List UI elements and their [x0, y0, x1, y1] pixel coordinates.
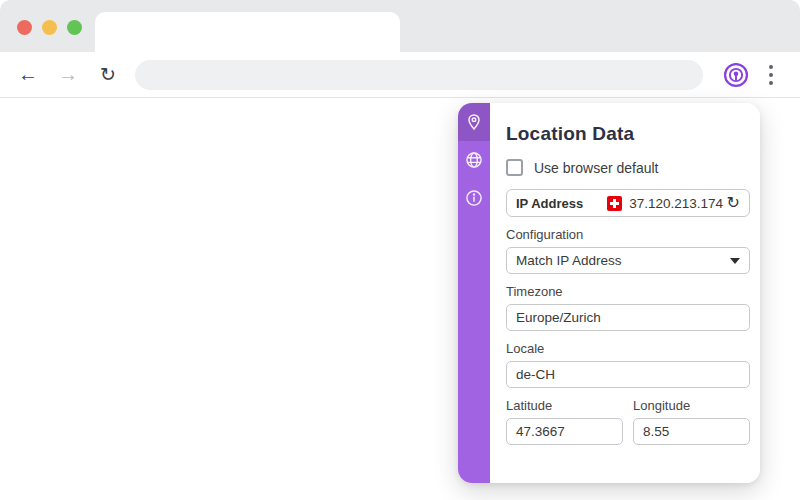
latitude-group: Latitude — [506, 398, 623, 445]
timezone-group: Timezone — [506, 284, 750, 331]
configuration-value: Match IP Address — [516, 253, 622, 268]
kebab-menu-icon[interactable] — [759, 60, 783, 90]
popup-panel: Location Data Use browser default IP Add… — [490, 103, 760, 483]
switzerland-flag-icon — [607, 196, 622, 211]
configuration-group: Configuration Match IP Address — [506, 227, 750, 274]
configuration-select[interactable]: Match IP Address — [506, 247, 750, 274]
refresh-ip-icon[interactable]: ↻ — [727, 195, 740, 211]
longitude-label: Longitude — [633, 398, 750, 413]
latitude-label: Latitude — [506, 398, 623, 413]
longitude-group: Longitude — [633, 398, 750, 445]
info-icon — [464, 188, 484, 208]
minimize-window-button[interactable] — [42, 20, 57, 35]
browser-tab[interactable] — [95, 12, 400, 52]
address-input[interactable] — [149, 67, 689, 82]
reload-icon[interactable]: ↻ — [93, 60, 123, 90]
use-browser-default-row: Use browser default — [506, 159, 750, 176]
locale-input[interactable] — [506, 361, 750, 388]
timezone-input[interactable] — [506, 304, 750, 331]
locale-group: Locale — [506, 341, 750, 388]
forward-icon[interactable]: → — [53, 60, 83, 90]
sidebar-tab-location[interactable] — [458, 103, 490, 141]
page-title: Location Data — [506, 123, 750, 145]
ip-address-value: 37.120.213.174 — [629, 196, 723, 211]
coordinates-row: Latitude Longitude — [506, 388, 750, 445]
ip-address-row: IP Address 37.120.213.174 ↻ — [506, 189, 750, 217]
locale-label: Locale — [506, 341, 750, 356]
globe-icon — [464, 150, 484, 170]
chevron-down-icon — [730, 258, 740, 264]
sidebar-tab-info[interactable] — [458, 179, 490, 217]
back-icon[interactable]: ← — [13, 60, 43, 90]
maximize-window-button[interactable] — [67, 20, 82, 35]
page-content: Location Data Use browser default IP Add… — [0, 99, 800, 500]
timezone-label: Timezone — [506, 284, 750, 299]
vytal-extension-icon[interactable] — [721, 60, 751, 90]
tab-strip — [0, 0, 800, 52]
use-browser-default-checkbox[interactable] — [506, 159, 523, 176]
popup-sidebar — [458, 103, 490, 483]
longitude-input[interactable] — [633, 418, 750, 445]
address-bar[interactable] — [135, 60, 703, 90]
browser-toolbar: ← → ↻ — [0, 52, 800, 98]
ip-address-label: IP Address — [516, 196, 583, 211]
sidebar-tab-globe[interactable] — [458, 141, 490, 179]
close-window-button[interactable] — [17, 20, 32, 35]
use-browser-default-label: Use browser default — [534, 160, 659, 176]
browser-window: ← → ↻ — [0, 0, 800, 500]
window-controls — [17, 20, 82, 35]
latitude-input[interactable] — [506, 418, 623, 445]
configuration-label: Configuration — [506, 227, 750, 242]
extension-popup: Location Data Use browser default IP Add… — [458, 103, 760, 483]
location-pin-icon — [464, 112, 484, 132]
